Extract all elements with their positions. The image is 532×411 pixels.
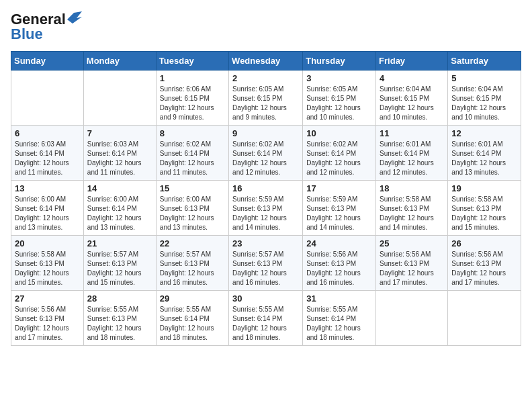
day-number: 11	[380, 128, 444, 138]
calendar-cell: 6Sunrise: 6:03 AM Sunset: 6:14 PM Daylig…	[11, 126, 84, 181]
calendar-cell: 21Sunrise: 5:57 AM Sunset: 6:13 PM Dayli…	[83, 236, 156, 291]
calendar-cell: 7Sunrise: 6:03 AM Sunset: 6:14 PM Daylig…	[83, 126, 156, 181]
calendar-header-row: SundayMondayTuesdayWednesdayThursdayFrid…	[11, 52, 521, 71]
col-header-friday: Friday	[376, 52, 448, 71]
calendar-cell: 25Sunrise: 5:56 AM Sunset: 6:13 PM Dayli…	[376, 236, 448, 291]
col-header-sunday: Sunday	[11, 52, 84, 71]
day-number: 2	[232, 73, 299, 83]
day-number: 13	[15, 183, 80, 193]
day-number: 29	[160, 293, 225, 304]
calendar-cell: 9Sunrise: 6:02 AM Sunset: 6:14 PM Daylig…	[229, 126, 303, 181]
day-number: 8	[160, 128, 225, 138]
day-info: Sunrise: 6:04 AM Sunset: 6:15 PM Dayligh…	[451, 85, 517, 122]
day-number: 31	[306, 293, 372, 304]
calendar-cell: 1Sunrise: 6:06 AM Sunset: 6:15 PM Daylig…	[156, 71, 228, 126]
day-number: 10	[306, 128, 372, 138]
day-info: Sunrise: 5:57 AM Sunset: 6:13 PM Dayligh…	[87, 250, 152, 287]
day-number: 23	[232, 238, 299, 248]
day-number: 17	[306, 183, 372, 193]
day-info: Sunrise: 5:55 AM Sunset: 6:13 PM Dayligh…	[87, 305, 152, 342]
day-number: 27	[15, 293, 80, 304]
col-header-wednesday: Wednesday	[229, 52, 303, 71]
day-number: 12	[451, 128, 517, 138]
day-info: Sunrise: 6:02 AM Sunset: 6:14 PM Dayligh…	[232, 140, 299, 177]
day-info: Sunrise: 5:58 AM Sunset: 6:13 PM Dayligh…	[451, 195, 517, 232]
day-number: 19	[451, 183, 517, 193]
day-info: Sunrise: 5:55 AM Sunset: 6:14 PM Dayligh…	[232, 305, 299, 342]
calendar-cell: 12Sunrise: 6:01 AM Sunset: 6:14 PM Dayli…	[448, 126, 521, 181]
day-number: 28	[87, 293, 152, 304]
day-info: Sunrise: 5:57 AM Sunset: 6:13 PM Dayligh…	[232, 250, 299, 287]
calendar-cell: 26Sunrise: 5:56 AM Sunset: 6:13 PM Dayli…	[448, 236, 521, 291]
day-number: 9	[232, 128, 299, 138]
day-info: Sunrise: 6:06 AM Sunset: 6:15 PM Dayligh…	[160, 85, 225, 122]
day-number: 5	[451, 73, 517, 83]
day-number: 1	[160, 73, 225, 83]
day-info: Sunrise: 5:59 AM Sunset: 6:13 PM Dayligh…	[306, 195, 372, 232]
calendar-cell: 16Sunrise: 5:59 AM Sunset: 6:13 PM Dayli…	[229, 181, 303, 236]
calendar-cell: 13Sunrise: 6:00 AM Sunset: 6:14 PM Dayli…	[11, 181, 84, 236]
day-number: 15	[160, 183, 225, 193]
calendar-week-row: 27Sunrise: 5:56 AM Sunset: 6:13 PM Dayli…	[11, 291, 521, 346]
day-info: Sunrise: 5:56 AM Sunset: 6:13 PM Dayligh…	[380, 250, 444, 287]
day-info: Sunrise: 6:02 AM Sunset: 6:14 PM Dayligh…	[160, 140, 225, 177]
calendar-table: SundayMondayTuesdayWednesdayThursdayFrid…	[11, 51, 521, 346]
day-number: 30	[232, 293, 299, 304]
day-info: Sunrise: 6:03 AM Sunset: 6:14 PM Dayligh…	[15, 140, 80, 177]
calendar-cell: 31Sunrise: 5:55 AM Sunset: 6:14 PM Dayli…	[303, 291, 376, 346]
page-header: General Blue	[11, 11, 521, 43]
day-info: Sunrise: 5:56 AM Sunset: 6:13 PM Dayligh…	[15, 305, 80, 342]
calendar-cell	[83, 71, 156, 126]
day-info: Sunrise: 6:04 AM Sunset: 6:15 PM Dayligh…	[380, 85, 444, 122]
day-info: Sunrise: 5:56 AM Sunset: 6:13 PM Dayligh…	[306, 250, 372, 287]
day-number: 20	[15, 238, 80, 248]
day-number: 25	[380, 238, 444, 248]
calendar-cell: 23Sunrise: 5:57 AM Sunset: 6:13 PM Dayli…	[229, 236, 303, 291]
day-info: Sunrise: 5:55 AM Sunset: 6:14 PM Dayligh…	[306, 305, 372, 342]
day-info: Sunrise: 6:01 AM Sunset: 6:14 PM Dayligh…	[451, 140, 517, 177]
calendar-cell	[376, 291, 448, 346]
calendar-cell: 10Sunrise: 6:02 AM Sunset: 6:14 PM Dayli…	[303, 126, 376, 181]
calendar-week-row: 1Sunrise: 6:06 AM Sunset: 6:15 PM Daylig…	[11, 71, 521, 126]
day-number: 21	[87, 238, 152, 248]
calendar-week-row: 20Sunrise: 5:58 AM Sunset: 6:13 PM Dayli…	[11, 236, 521, 291]
logo-bird-icon	[67, 11, 82, 24]
calendar-cell	[448, 291, 521, 346]
col-header-thursday: Thursday	[303, 52, 376, 71]
calendar-cell: 14Sunrise: 6:00 AM Sunset: 6:14 PM Dayli…	[83, 181, 156, 236]
col-header-tuesday: Tuesday	[156, 52, 228, 71]
day-info: Sunrise: 5:59 AM Sunset: 6:13 PM Dayligh…	[232, 195, 299, 232]
day-info: Sunrise: 6:05 AM Sunset: 6:15 PM Dayligh…	[306, 85, 372, 122]
calendar-cell: 8Sunrise: 6:02 AM Sunset: 6:14 PM Daylig…	[156, 126, 228, 181]
calendar-cell: 20Sunrise: 5:58 AM Sunset: 6:13 PM Dayli…	[11, 236, 84, 291]
calendar-cell: 24Sunrise: 5:56 AM Sunset: 6:13 PM Dayli…	[303, 236, 376, 291]
day-info: Sunrise: 5:57 AM Sunset: 6:13 PM Dayligh…	[160, 250, 225, 287]
day-number: 18	[380, 183, 444, 193]
day-info: Sunrise: 5:58 AM Sunset: 6:13 PM Dayligh…	[15, 250, 80, 287]
calendar-cell: 30Sunrise: 5:55 AM Sunset: 6:14 PM Dayli…	[229, 291, 303, 346]
day-number: 7	[87, 128, 152, 138]
day-info: Sunrise: 6:05 AM Sunset: 6:15 PM Dayligh…	[232, 85, 299, 122]
calendar-cell: 17Sunrise: 5:59 AM Sunset: 6:13 PM Dayli…	[303, 181, 376, 236]
calendar-cell: 5Sunrise: 6:04 AM Sunset: 6:15 PM Daylig…	[448, 71, 521, 126]
logo-blue: Blue	[11, 26, 43, 43]
logo: General Blue	[11, 11, 82, 43]
day-info: Sunrise: 6:00 AM Sunset: 6:14 PM Dayligh…	[15, 195, 80, 232]
calendar-cell: 15Sunrise: 6:00 AM Sunset: 6:13 PM Dayli…	[156, 181, 228, 236]
calendar-cell: 11Sunrise: 6:01 AM Sunset: 6:14 PM Dayli…	[376, 126, 448, 181]
day-info: Sunrise: 6:00 AM Sunset: 6:14 PM Dayligh…	[87, 195, 152, 232]
calendar-cell: 18Sunrise: 5:58 AM Sunset: 6:13 PM Dayli…	[376, 181, 448, 236]
calendar-cell: 27Sunrise: 5:56 AM Sunset: 6:13 PM Dayli…	[11, 291, 84, 346]
day-info: Sunrise: 5:58 AM Sunset: 6:13 PM Dayligh…	[380, 195, 444, 232]
calendar-cell: 22Sunrise: 5:57 AM Sunset: 6:13 PM Dayli…	[156, 236, 228, 291]
day-info: Sunrise: 6:03 AM Sunset: 6:14 PM Dayligh…	[87, 140, 152, 177]
calendar-week-row: 13Sunrise: 6:00 AM Sunset: 6:14 PM Dayli…	[11, 181, 521, 236]
calendar-cell	[11, 71, 84, 126]
day-number: 16	[232, 183, 299, 193]
day-info: Sunrise: 5:55 AM Sunset: 6:14 PM Dayligh…	[160, 305, 225, 342]
calendar-cell: 3Sunrise: 6:05 AM Sunset: 6:15 PM Daylig…	[303, 71, 376, 126]
day-info: Sunrise: 6:00 AM Sunset: 6:13 PM Dayligh…	[160, 195, 225, 232]
calendar-cell: 29Sunrise: 5:55 AM Sunset: 6:14 PM Dayli…	[156, 291, 228, 346]
calendar-cell: 2Sunrise: 6:05 AM Sunset: 6:15 PM Daylig…	[229, 71, 303, 126]
calendar-cell: 28Sunrise: 5:55 AM Sunset: 6:13 PM Dayli…	[83, 291, 156, 346]
